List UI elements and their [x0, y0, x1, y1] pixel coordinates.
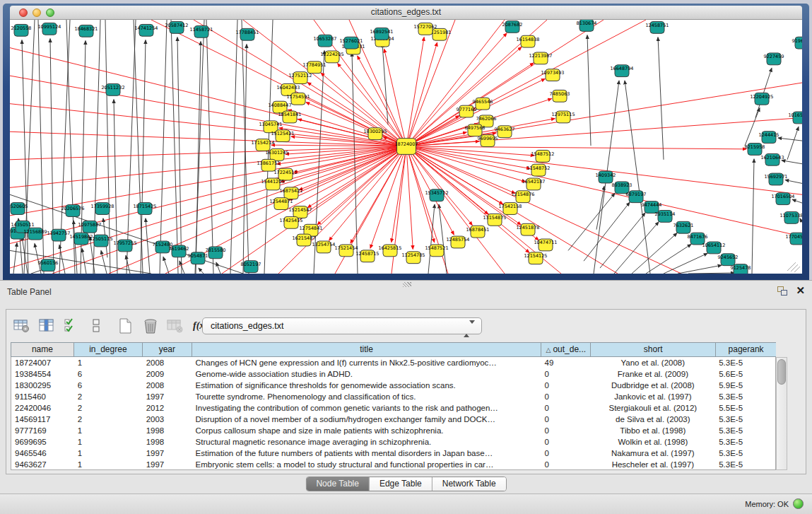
graph-node-label: 11754591: [286, 94, 310, 100]
table-cell: 0: [541, 436, 591, 448]
graph-edge: [392, 146, 406, 243]
network-view-window: citations_edges.txt 18724007183002951125…: [3, 4, 809, 280]
float-panel-icon[interactable]: [777, 286, 788, 296]
graph-node-label: 2087682: [502, 22, 523, 28]
table-row[interactable]: 1938455462009Genome-wide association stu…: [11, 368, 775, 380]
graph-node-label: 8052197: [241, 262, 261, 267]
graph-node-label: 17957255: [113, 240, 136, 246]
tab-node-table[interactable]: Node Table: [306, 477, 370, 491]
table-cell: 1998: [143, 425, 192, 436]
table-row[interactable]: 2242004622012Investigating the contribut…: [11, 402, 775, 414]
table-cell: 6: [74, 368, 143, 380]
memory-status-button[interactable]: Memory: OK: [745, 498, 804, 509]
graph-node-label: 7462066: [476, 116, 497, 122]
table-cell: 6: [74, 380, 143, 391]
graph-node-label: 6497568: [465, 125, 486, 131]
graph-node-label: 12458751: [645, 23, 669, 28]
tab-network-table[interactable]: Network Table: [433, 477, 506, 491]
minimize-window-button[interactable]: [33, 8, 41, 17]
table-cell: Estimation of significance thresholds fo…: [192, 380, 541, 391]
graph-node-label: 12224205: [320, 52, 343, 57]
graph-node-label: 14350511: [11, 222, 34, 228]
table-cell: Franke et al. (2009): [590, 368, 715, 380]
column-header-short[interactable]: short: [591, 343, 716, 356]
table-scrollbar[interactable]: [776, 357, 787, 470]
graph-edge: [10, 146, 406, 160]
close-panel-icon[interactable]: ✕: [796, 284, 805, 297]
graph-node-label: 15487512: [531, 151, 554, 157]
graph-node-label: 17154214: [251, 140, 274, 146]
graph-node-label: 9196545: [792, 38, 802, 44]
table-selector-dropdown[interactable]: citations_edges.txt: [202, 317, 482, 334]
window-titlebar[interactable]: citations_edges.txt: [10, 6, 802, 20]
graph-node-label: 12451878: [516, 225, 539, 230]
new-table-button[interactable]: [117, 317, 135, 334]
table-row[interactable]: 1830029562008Estimation of significance …: [11, 380, 775, 391]
graph-edge: [792, 199, 802, 203]
table-cell: de Silva et al. (2003): [590, 414, 715, 425]
graph-edge: [625, 81, 650, 274]
graph-edge: [101, 250, 107, 274]
status-bar: Memory: OK: [0, 493, 812, 514]
table-cell: 1: [74, 357, 143, 368]
column-header-out_de...[interactable]: △out_de...: [541, 343, 591, 356]
table-settings-button[interactable]: [13, 317, 31, 334]
graph-node-label: 10975887: [78, 222, 101, 228]
table-cell: 14569117: [11, 414, 74, 425]
select-all-button[interactable]: [62, 317, 81, 334]
column-header-name[interactable]: name: [11, 343, 74, 356]
table-cell: 1997: [143, 459, 192, 470]
node-table: namein_degreeyeartitle△out_de...shortpag…: [11, 342, 776, 470]
table-row[interactable]: 969969511998Structural magnetic resonanc…: [11, 436, 775, 448]
column-header-title[interactable]: title: [192, 343, 542, 356]
table-row[interactable]: 977716911998Corpus callosum shape and si…: [11, 425, 775, 436]
network-canvas[interactable]: 1872400718300295112519811572706212652104…: [10, 20, 802, 274]
column-header-in_degree[interactable]: in_degree: [74, 343, 143, 356]
graph-node-label: 10654112: [702, 243, 725, 248]
table-row[interactable]: 1872400712008Changes of HCN gene express…: [11, 357, 775, 368]
graph-node-label: 16301245: [265, 150, 288, 156]
table-scrollbar-thumb[interactable]: [777, 359, 786, 385]
graph-node-label: 8471676: [688, 234, 708, 240]
table-row[interactable]: 911546021997Tourette syndrome. Phenomeno…: [11, 391, 775, 402]
delete-table-button[interactable]: [141, 317, 160, 334]
graph-node-label: 2935114: [655, 211, 676, 217]
graph-edge: [406, 20, 455, 146]
graph-edge: [307, 83, 406, 146]
zoom-window-button[interactable]: [46, 8, 54, 17]
panel-resize-grip[interactable]: [403, 282, 411, 287]
graph-node-label: 9560156: [38, 260, 59, 266]
table-row[interactable]: 946362711997Embryonic stem cells: a mode…: [11, 459, 775, 470]
table-row[interactable]: 1456911722003Disruption of a novel membe…: [11, 414, 775, 425]
graph-node-label: 16542187: [522, 179, 545, 185]
column-header-pagerank[interactable]: pagerank: [716, 343, 776, 356]
close-window-button[interactable]: [19, 8, 28, 17]
graph-node-label: 13045741: [259, 122, 282, 127]
graph-edge: [196, 42, 201, 274]
graph-edge: [800, 218, 802, 223]
graph-node-label: 11548752: [526, 165, 550, 171]
tab-edge-table[interactable]: Edge Table: [370, 477, 433, 491]
table-cell: 5.5E-5: [715, 402, 775, 414]
table-row[interactable]: 946554611997Estimation of the future num…: [11, 448, 775, 459]
graph-node-label: 7815580: [206, 247, 226, 253]
table-cell: 2012: [143, 402, 192, 414]
table-cell: 0: [541, 368, 591, 380]
graph-node-label: 2520605: [10, 204, 28, 209]
table-cell: Tibbo et al. (1998): [590, 425, 715, 436]
table-cell: 0: [541, 425, 591, 436]
deselect-all-button[interactable]: [87, 317, 105, 334]
graph-node-label: 18468321: [74, 26, 98, 32]
column-header-year[interactable]: year: [143, 343, 192, 356]
show-column-button[interactable]: [37, 317, 56, 334]
graph-edge: [752, 159, 754, 274]
graph-node-label: 13861751: [257, 160, 280, 166]
table-cell: 2008: [143, 380, 192, 391]
table-selector-value: citations_edges.txt: [211, 321, 284, 331]
graph-node-label: 17224511: [273, 170, 297, 175]
table-cell: 9777169: [11, 425, 74, 436]
graph-edge: [216, 262, 220, 274]
network-canvas-container: 1872400718300295112519811572706212652104…: [10, 20, 802, 274]
table-cell: Corpus callosum shape and size in male p…: [192, 425, 541, 436]
graph-node-label: 9465546: [473, 99, 493, 105]
